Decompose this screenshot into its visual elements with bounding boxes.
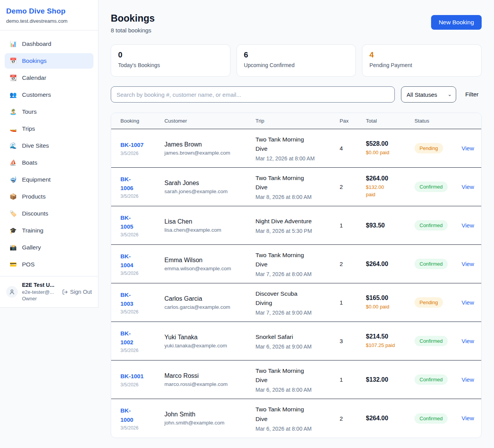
sidebar-nav: 📊Dashboard📅Bookings📆Calendar👥Customers🏝️… bbox=[0, 30, 98, 272]
sidebar-item-bookings[interactable]: 📅Bookings bbox=[5, 53, 93, 69]
sidebar-item-label: Customers bbox=[22, 91, 51, 98]
stat-card-today-s-bookings: 0Today's Bookings bbox=[111, 44, 230, 77]
sidebar-item-boats[interactable]: ⛵Boats bbox=[5, 155, 93, 170]
status-badge: Confirmed bbox=[414, 336, 448, 346]
stat-value: 0 bbox=[118, 51, 223, 59]
booking-date: 3/5/2026 bbox=[120, 309, 164, 315]
table-row: BK-1001 3/5/2026 Marco Rossi marco.rossi… bbox=[111, 360, 481, 399]
table-row: BK- 1005 3/5/2026 Lisa Chen lisa.chen@ex… bbox=[111, 206, 481, 245]
filter-button[interactable]: Filter bbox=[462, 91, 482, 98]
pax-count: 3 bbox=[340, 338, 366, 344]
total-amount: $264.00 bbox=[366, 261, 414, 268]
booking-id-link[interactable]: BK- 1005 bbox=[120, 213, 133, 231]
sidebar-item-dashboard[interactable]: 📊Dashboard bbox=[5, 36, 93, 52]
sidebar-item-tours[interactable]: 🏝️Tours bbox=[5, 104, 93, 120]
user-section: E2E Test U... e2e-tester@... Owner Sign … bbox=[0, 276, 98, 307]
column-header-booking: Booking bbox=[120, 118, 164, 124]
customer-email: yuki.tanaka@example.com bbox=[164, 343, 255, 349]
booking-id-link[interactable]: BK- 1004 bbox=[120, 252, 133, 270]
sidebar-item-label: Equipment bbox=[22, 176, 51, 183]
sidebar-item-trips[interactable]: 🚤Trips bbox=[5, 121, 93, 136]
booking-id-link[interactable]: BK-1007 bbox=[120, 140, 144, 149]
sidebar-item-label: Trips bbox=[22, 125, 35, 132]
trip-datetime: Mar 6, 2026 at 9:00 AM bbox=[255, 344, 340, 350]
booking-date: 3/5/2026 bbox=[120, 425, 164, 431]
table-row: BK- 1002 3/5/2026 Yuki Tanaka yuki.tanak… bbox=[111, 322, 481, 360]
stat-label: Upcoming Confirmed bbox=[244, 62, 349, 68]
sidebar-item-customers[interactable]: 👥Customers bbox=[5, 87, 93, 103]
trip-datetime: Mar 8, 2026 at 8:00 AM bbox=[255, 194, 340, 200]
logout-icon bbox=[62, 289, 68, 295]
sidebar-item-pos[interactable]: 💳POS bbox=[5, 257, 93, 272]
shop-domain: demo.test.divestreams.com bbox=[6, 18, 92, 24]
new-booking-button[interactable]: New Booking bbox=[431, 15, 482, 30]
paid-amount: $132.00 paid bbox=[366, 184, 414, 199]
sidebar-item-discounts[interactable]: 🏷️Discounts bbox=[5, 206, 93, 221]
stat-value: 6 bbox=[244, 51, 349, 59]
trip-name: Two Tank Morning Dive bbox=[255, 135, 340, 153]
status-filter-select[interactable]: All Statuses bbox=[401, 86, 456, 103]
user-role: Owner bbox=[22, 295, 54, 302]
sidebar-item-dive-sites[interactable]: 🌊Dive Sites bbox=[5, 138, 93, 153]
user-email: e2e-tester@... bbox=[22, 289, 54, 296]
total-amount: $93.50 bbox=[366, 222, 414, 229]
total-amount: $528.00 bbox=[366, 140, 414, 147]
view-link[interactable]: View bbox=[462, 338, 474, 344]
sidebar-item-label: Bookings bbox=[22, 57, 47, 64]
booking-id-link[interactable]: BK- 1000 bbox=[120, 406, 133, 424]
sidebar-item-training[interactable]: 🎓Training bbox=[5, 223, 93, 238]
view-link[interactable]: View bbox=[462, 145, 474, 152]
sign-out-button[interactable]: Sign Out bbox=[62, 289, 92, 295]
sidebar-item-gallery[interactable]: 📸Gallery bbox=[5, 240, 93, 255]
status-select-wrap: All Statuses ⌄ bbox=[401, 86, 456, 103]
sidebar-item-label: Tours bbox=[22, 108, 37, 115]
table-row: BK- 1004 3/5/2026 Emma Wilson emma.wilso… bbox=[111, 245, 481, 283]
trip-name: Night Dive Adventure bbox=[255, 217, 340, 226]
paid-amount: $0.00 paid bbox=[366, 149, 414, 157]
view-link[interactable]: View bbox=[462, 376, 474, 383]
pax-count: 2 bbox=[340, 184, 366, 190]
booking-id-link[interactable]: BK-1001 bbox=[120, 372, 144, 381]
view-link[interactable]: View bbox=[462, 299, 474, 306]
paid-amount: $107.25 paid bbox=[366, 342, 414, 349]
sidebar-item-equipment[interactable]: 🤿Equipment bbox=[5, 172, 93, 187]
sidebar-item-label: POS bbox=[22, 261, 35, 268]
booking-date: 3/5/2026 bbox=[120, 348, 164, 353]
table-row: BK- 1000 3/5/2026 John Smith john.smith@… bbox=[111, 399, 481, 438]
sidebar-item-label: Dive Sites bbox=[22, 142, 49, 149]
sidebar-item-label: Boats bbox=[22, 159, 37, 166]
search-input[interactable] bbox=[111, 86, 395, 103]
pax-count: 1 bbox=[340, 222, 366, 229]
pax-count: 1 bbox=[340, 299, 366, 306]
customer-name: James Brown bbox=[164, 141, 255, 148]
view-link[interactable]: View bbox=[462, 415, 474, 421]
avatar bbox=[6, 286, 18, 298]
sidebar-item-calendar[interactable]: 📆Calendar bbox=[5, 70, 93, 86]
trip-name: Two Tank Morning Dive bbox=[255, 173, 340, 192]
customer-email: john.smith@example.com bbox=[164, 420, 255, 426]
sign-out-label: Sign Out bbox=[70, 289, 92, 295]
booking-date: 3/5/2026 bbox=[120, 194, 164, 199]
sidebar-item-products[interactable]: 📦Products bbox=[5, 189, 93, 204]
view-link[interactable]: View bbox=[462, 261, 474, 267]
pax-count: 2 bbox=[340, 261, 366, 267]
sidebar-item-label: Discounts bbox=[22, 210, 48, 217]
view-link[interactable]: View bbox=[462, 222, 474, 229]
customer-name: Sarah Jones bbox=[164, 180, 255, 187]
people-icon: 👥 bbox=[9, 92, 17, 98]
diving-mask-icon: 🤿 bbox=[9, 177, 17, 183]
trip-name: Discover Scuba Diving bbox=[255, 289, 340, 308]
bookings-table: BookingCustomerTripPaxTotalStatus BK-100… bbox=[111, 113, 482, 438]
stat-label: Today's Bookings bbox=[118, 62, 223, 68]
view-link[interactable]: View bbox=[462, 184, 474, 190]
customer-email: lisa.chen@example.com bbox=[164, 227, 255, 233]
stat-label: Pending Payment bbox=[369, 62, 474, 68]
bar-chart-icon: 📊 bbox=[9, 41, 17, 47]
table-header-row: BookingCustomerTripPaxTotalStatus bbox=[111, 113, 481, 129]
booking-id-link[interactable]: BK- 1003 bbox=[120, 290, 133, 308]
booking-id-link[interactable]: BK- 1002 bbox=[120, 329, 133, 347]
customer-name: Yuki Tanaka bbox=[164, 334, 255, 341]
customer-name: John Smith bbox=[164, 411, 255, 418]
booking-id-link[interactable]: BK- 1006 bbox=[120, 175, 133, 193]
pax-count: 4 bbox=[340, 145, 366, 152]
